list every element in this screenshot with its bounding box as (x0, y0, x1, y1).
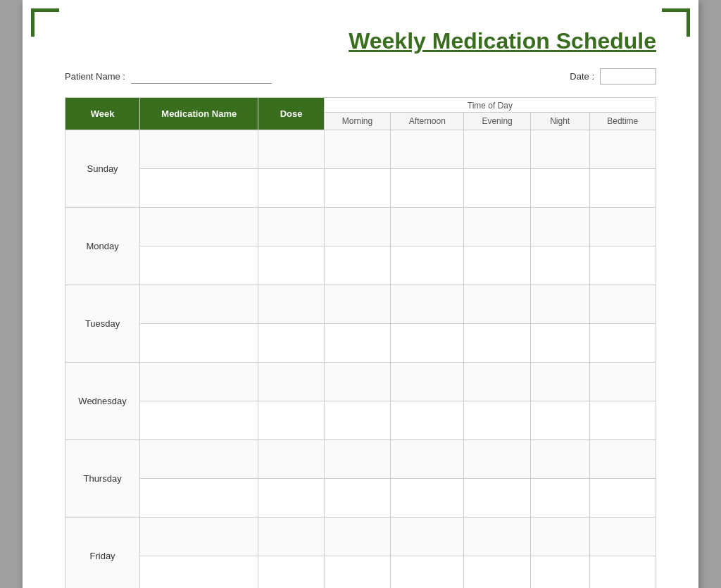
schedule-cell[interactable] (464, 246, 530, 285)
schedule-cell[interactable] (258, 246, 324, 285)
schedule-cell[interactable] (589, 440, 656, 479)
schedule-cell[interactable] (258, 363, 324, 401)
table-row (65, 246, 656, 285)
schedule-cell[interactable] (324, 401, 390, 440)
schedule-cell[interactable] (391, 518, 464, 556)
schedule-cell[interactable] (391, 208, 464, 246)
date-input[interactable] (600, 68, 656, 85)
schedule-cell[interactable] (589, 479, 656, 518)
schedule-cell[interactable] (258, 285, 324, 324)
schedule-cell[interactable] (589, 130, 656, 169)
schedule-cell[interactable] (464, 130, 530, 169)
schedule-cell[interactable] (530, 479, 589, 518)
schedule-cell[interactable] (258, 324, 324, 363)
schedule-cell[interactable] (589, 401, 656, 440)
schedule-cell[interactable] (140, 169, 258, 208)
schedule-cell[interactable] (464, 208, 530, 246)
schedule-cell[interactable] (140, 324, 258, 363)
schedule-cell[interactable] (391, 169, 464, 208)
schedule-cell[interactable] (324, 130, 390, 169)
schedule-cell[interactable] (391, 130, 464, 169)
table-row: Monday (65, 208, 656, 246)
schedule-cell[interactable] (258, 479, 324, 518)
schedule-cell[interactable] (464, 479, 530, 518)
schedule-cell[interactable] (589, 324, 656, 363)
schedule-cell[interactable] (324, 169, 390, 208)
schedule-cell[interactable] (140, 401, 258, 440)
schedule-cell[interactable] (258, 208, 324, 246)
schedule-cell[interactable] (464, 518, 530, 556)
schedule-cell[interactable] (530, 556, 589, 589)
title-section: Weekly Medication Schedule (58, 28, 663, 54)
schedule-cell[interactable] (464, 556, 530, 589)
schedule-cell[interactable] (258, 401, 324, 440)
schedule-cell[interactable] (589, 518, 656, 556)
schedule-cell[interactable] (530, 440, 589, 479)
schedule-cell[interactable] (258, 440, 324, 479)
week-header: Week (65, 98, 140, 130)
schedule-cell[interactable] (258, 556, 324, 589)
schedule-cell[interactable] (391, 440, 464, 479)
schedule-cell[interactable] (140, 479, 258, 518)
schedule-cell[interactable] (464, 401, 530, 440)
schedule-cell[interactable] (258, 130, 324, 169)
schedule-cell[interactable] (324, 440, 390, 479)
schedule-cell[interactable] (530, 169, 589, 208)
day-label: Wednesday (65, 363, 140, 440)
table-row: Thursday (65, 440, 656, 479)
schedule-cell[interactable] (589, 246, 656, 285)
schedule-cell[interactable] (140, 556, 258, 589)
schedule-cell[interactable] (530, 518, 589, 556)
patient-name-input[interactable] (131, 70, 272, 84)
schedule-cell[interactable] (258, 169, 324, 208)
schedule-cell[interactable] (324, 363, 390, 401)
schedule-cell[interactable] (530, 363, 589, 401)
schedule-cell[interactable] (324, 285, 390, 324)
schedule-cell[interactable] (140, 246, 258, 285)
page-container: Weekly Medication Schedule Patient Name … (23, 0, 698, 588)
schedule-cell[interactable] (464, 169, 530, 208)
schedule-cell[interactable] (324, 518, 390, 556)
schedule-cell[interactable] (464, 285, 530, 324)
evening-header: Evening (464, 113, 530, 130)
schedule-cell[interactable] (324, 324, 390, 363)
schedule-cell[interactable] (391, 285, 464, 324)
schedule-cell[interactable] (391, 363, 464, 401)
day-label: Tuesday (65, 285, 140, 363)
schedule-cell[interactable] (589, 285, 656, 324)
schedule-cell[interactable] (530, 246, 589, 285)
schedule-cell[interactable] (530, 285, 589, 324)
schedule-cell[interactable] (391, 401, 464, 440)
schedule-cell[interactable] (464, 440, 530, 479)
schedule-cell[interactable] (324, 479, 390, 518)
schedule-cell[interactable] (589, 208, 656, 246)
schedule-cell[interactable] (391, 556, 464, 589)
schedule-cell[interactable] (140, 440, 258, 479)
schedule-cell[interactable] (391, 324, 464, 363)
schedule-cell[interactable] (324, 556, 390, 589)
day-label: Sunday (65, 130, 140, 208)
schedule-cell[interactable] (258, 518, 324, 556)
schedule-cell[interactable] (589, 556, 656, 589)
schedule-cell[interactable] (530, 130, 589, 169)
schedule-cell[interactable] (464, 324, 530, 363)
schedule-cell[interactable] (589, 363, 656, 401)
form-fields: Patient Name : Date : (58, 68, 663, 85)
schedule-cell[interactable] (530, 401, 589, 440)
schedule-cell[interactable] (140, 518, 258, 556)
schedule-cell[interactable] (324, 246, 390, 285)
schedule-cell[interactable] (530, 208, 589, 246)
schedule-cell[interactable] (530, 324, 589, 363)
schedule-cell[interactable] (140, 130, 258, 169)
schedule-cell[interactable] (391, 246, 464, 285)
day-label: Thursday (65, 440, 140, 518)
schedule-cell[interactable] (140, 285, 258, 324)
schedule-cell[interactable] (324, 208, 390, 246)
schedule-cell[interactable] (464, 363, 530, 401)
schedule-cell[interactable] (391, 479, 464, 518)
patient-name-label: Patient Name : (65, 71, 125, 82)
schedule-cell[interactable] (589, 169, 656, 208)
schedule-cell[interactable] (140, 363, 258, 401)
table-row (65, 479, 656, 518)
schedule-cell[interactable] (140, 208, 258, 246)
